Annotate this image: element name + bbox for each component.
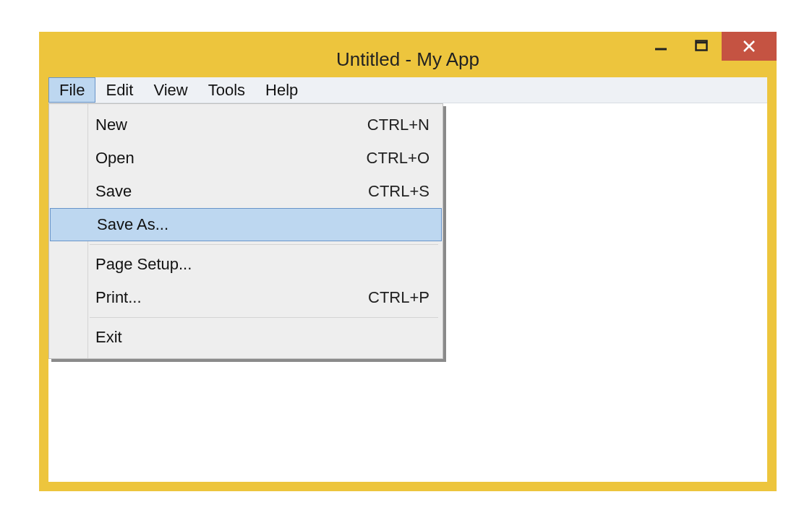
window-title: Untitled - My App xyxy=(336,48,479,71)
window-controls xyxy=(641,32,777,61)
menu-separator xyxy=(90,244,438,245)
menu-entry-shortcut: CTRL+S xyxy=(368,182,429,201)
file-save[interactable]: Save CTRL+S xyxy=(49,175,443,208)
menu-entry-shortcut: CTRL+P xyxy=(368,288,429,307)
file-open[interactable]: Open CTRL+O xyxy=(49,142,443,175)
menu-entry-shortcut: CTRL+O xyxy=(367,149,429,168)
menu-entry-label: Save As... xyxy=(97,215,428,234)
menu-edit[interactable]: Edit xyxy=(95,77,143,103)
file-dropdown: New CTRL+N Open CTRL+O Save CTRL+S Save … xyxy=(48,103,443,359)
menu-label: Help xyxy=(265,81,298,100)
menu-separator xyxy=(90,317,438,318)
minimize-button[interactable] xyxy=(641,32,681,61)
minimize-icon xyxy=(654,40,667,53)
file-save-as[interactable]: Save As... xyxy=(50,208,442,241)
menu-help[interactable]: Help xyxy=(255,77,308,103)
menu-label: Tools xyxy=(208,81,245,100)
close-icon xyxy=(742,39,756,53)
menu-label: File xyxy=(59,81,85,100)
menu-file[interactable]: File xyxy=(48,77,95,103)
menu-label: Edit xyxy=(106,81,133,100)
titlebar: Untitled - My App xyxy=(48,41,767,77)
menu-entry-label: Page Setup... xyxy=(95,255,429,274)
close-button[interactable] xyxy=(722,32,777,61)
file-new[interactable]: New CTRL+N xyxy=(49,108,443,142)
menu-tools[interactable]: Tools xyxy=(198,77,255,103)
file-page-setup[interactable]: Page Setup... xyxy=(49,248,443,281)
menu-entry-label: Print... xyxy=(95,288,368,307)
menu-entry-label: Save xyxy=(95,182,368,201)
menubar: File Edit View Tools Help xyxy=(48,77,767,103)
menu-entry-label: New xyxy=(95,116,367,134)
maximize-button[interactable] xyxy=(681,32,722,61)
maximize-icon xyxy=(695,40,708,53)
menu-entry-label: Open xyxy=(95,149,367,168)
menu-view[interactable]: View xyxy=(143,77,197,103)
file-exit[interactable]: Exit xyxy=(49,321,443,354)
menu-entry-label: Exit xyxy=(95,328,429,347)
file-print[interactable]: Print... CTRL+P xyxy=(49,281,443,314)
app-window: Untitled - My App Fil xyxy=(39,32,777,491)
menu-entry-shortcut: CTRL+N xyxy=(367,116,429,134)
menu-label: View xyxy=(153,81,187,100)
